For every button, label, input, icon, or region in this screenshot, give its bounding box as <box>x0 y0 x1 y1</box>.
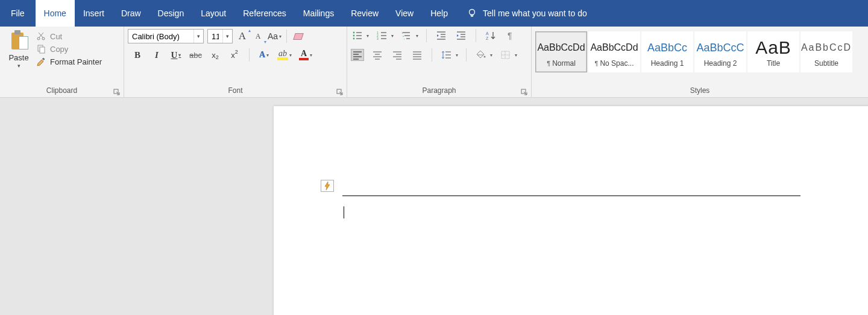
ribbon: Paste ▾ Cut Copy <box>0 27 868 98</box>
subscript-button[interactable]: x2 <box>209 48 221 62</box>
paste-dropdown[interactable]: ▾ <box>17 63 20 69</box>
change-case-button[interactable]: Aa▾ <box>268 30 281 43</box>
style-subtitle[interactable]: AaBbCcDSubtitle <box>800 31 852 72</box>
font-color-button[interactable]: A▾ <box>299 48 312 62</box>
style-name-label: Title <box>767 59 780 68</box>
grow-font-button[interactable]: A▴ <box>236 30 248 43</box>
style-normal[interactable]: AaBbCcDd¶Normal <box>535 31 587 72</box>
underline-button[interactable]: U▾ <box>170 48 182 62</box>
tab-insert[interactable]: Insert <box>75 0 113 27</box>
font-size-dropdown[interactable]: ▾ <box>222 30 232 43</box>
clear-formatting-button[interactable] <box>292 30 304 43</box>
tab-view[interactable]: View <box>387 0 422 27</box>
tab-mailings[interactable]: Mailings <box>295 0 342 27</box>
paragraph-launcher[interactable] <box>521 88 528 95</box>
align-center-button[interactable] <box>371 49 384 61</box>
decrease-indent-button[interactable] <box>435 30 448 42</box>
show-paragraph-marks-button[interactable]: ¶ <box>504 30 517 42</box>
text-cursor <box>344 206 344 218</box>
style-preview: AaBbCc <box>647 36 687 59</box>
style-name-label: Heading 1 <box>651 59 684 68</box>
numbering-button[interactable]: 123 <box>376 30 389 42</box>
highlight-color-button[interactable]: ab▾ <box>277 48 292 62</box>
font-name-input[interactable] <box>128 30 193 43</box>
tab-design[interactable]: Design <box>149 0 193 27</box>
svg-rect-4 <box>40 47 45 53</box>
svg-point-7 <box>353 32 355 34</box>
line-spacing-dropdown[interactable]: ▾ <box>456 52 458 58</box>
shading-button[interactable] <box>474 49 488 61</box>
tab-references[interactable]: References <box>234 0 295 27</box>
align-right-button[interactable] <box>391 49 404 61</box>
tab-layout[interactable]: Layout <box>192 0 234 27</box>
separator <box>432 48 432 62</box>
multilevel-list-button[interactable]: 1ai <box>400 30 414 42</box>
tab-draw[interactable]: Draw <box>113 0 149 27</box>
font-size-combo[interactable]: ▾ <box>207 29 233 43</box>
sort-button[interactable]: AZ <box>484 30 497 42</box>
tab-file[interactable]: File <box>0 0 36 27</box>
superscript-button[interactable]: x2 <box>228 48 241 62</box>
autocorrect-options-button[interactable] <box>321 180 334 192</box>
style-preview: AaB <box>755 36 791 59</box>
italic-button[interactable]: I <box>151 48 163 62</box>
svg-text:¶: ¶ <box>508 31 512 40</box>
line-spacing-button[interactable] <box>440 49 453 61</box>
font-size-input[interactable] <box>208 30 222 43</box>
bullets-dropdown[interactable]: ▾ <box>366 33 369 39</box>
bold-button[interactable]: B <box>131 48 143 62</box>
group-label-font: Font <box>124 86 347 97</box>
borders-button[interactable] <box>499 49 512 61</box>
justify-button[interactable] <box>410 49 424 61</box>
group-paragraph: ▾ 123▾ 1ai▾ AZ ¶ ▾ <box>347 27 532 97</box>
svg-point-8 <box>353 35 355 37</box>
text-effects-button[interactable]: A▾ <box>258 48 270 62</box>
separator <box>476 29 476 42</box>
style-name-label: ¶No Spac... <box>595 59 634 68</box>
paste-button[interactable]: Paste ▾ <box>4 29 34 69</box>
style-name-label: ¶Normal <box>547 59 576 68</box>
tell-me-search[interactable]: Tell me what you want to do <box>456 0 587 27</box>
style-no-spac-[interactable]: AaBbCcDd¶No Spac... <box>588 31 640 72</box>
svg-point-1 <box>37 37 40 40</box>
svg-text:Z: Z <box>486 36 489 40</box>
separator <box>249 48 250 62</box>
increase-indent-button[interactable] <box>454 30 468 42</box>
cut-button[interactable]: Cut <box>36 31 102 41</box>
group-label-styles: Styles <box>532 86 868 97</box>
document-page[interactable] <box>274 106 868 315</box>
styles-gallery[interactable]: AaBbCcDd¶NormalAaBbCcDd¶No Spac...AaBbCc… <box>534 29 854 72</box>
eraser-icon <box>293 32 303 40</box>
clipboard-launcher[interactable] <box>113 88 121 95</box>
tab-help[interactable]: Help <box>422 0 456 27</box>
numbering-dropdown[interactable]: ▾ <box>391 33 394 39</box>
font-name-combo[interactable]: ▾ <box>128 29 204 43</box>
lightning-icon <box>324 182 331 190</box>
format-painter-button[interactable]: Format Painter <box>36 57 102 66</box>
font-launcher[interactable] <box>336 88 344 95</box>
strikethrough-button[interactable]: abc <box>189 48 202 62</box>
multilevel-dropdown[interactable]: ▾ <box>416 33 418 39</box>
shading-dropdown[interactable]: ▾ <box>490 52 492 58</box>
change-case-label: Aa <box>268 31 278 41</box>
separator <box>466 48 467 62</box>
style-name-label: Heading 2 <box>704 59 737 68</box>
svg-text:A: A <box>486 31 489 36</box>
align-left-button[interactable] <box>351 49 364 61</box>
tab-home[interactable]: Home <box>36 0 75 27</box>
ribbon-tab-bar: File Home Insert Draw Design Layout Refe… <box>0 0 868 27</box>
horizontal-rule <box>342 196 800 196</box>
shrink-font-button[interactable]: A▾ <box>252 30 264 43</box>
style-preview: AaBbCcDd <box>537 36 585 59</box>
group-label-paragraph: Paragraph <box>347 86 531 97</box>
borders-dropdown[interactable]: ▾ <box>515 52 517 58</box>
style-heading-1[interactable]: AaBbCcHeading 1 <box>641 31 693 72</box>
tell-me-label: Tell me what you want to do <box>483 8 587 18</box>
bullets-button[interactable] <box>351 30 364 42</box>
tab-review[interactable]: Review <box>342 0 387 27</box>
style-title[interactable]: AaBTitle <box>747 31 799 72</box>
style-heading-2[interactable]: AaBbCcCHeading 2 <box>694 31 746 72</box>
copy-button[interactable]: Copy <box>36 44 102 54</box>
font-name-dropdown[interactable]: ▾ <box>193 30 203 43</box>
group-label-clipboard: Clipboard <box>0 86 124 97</box>
